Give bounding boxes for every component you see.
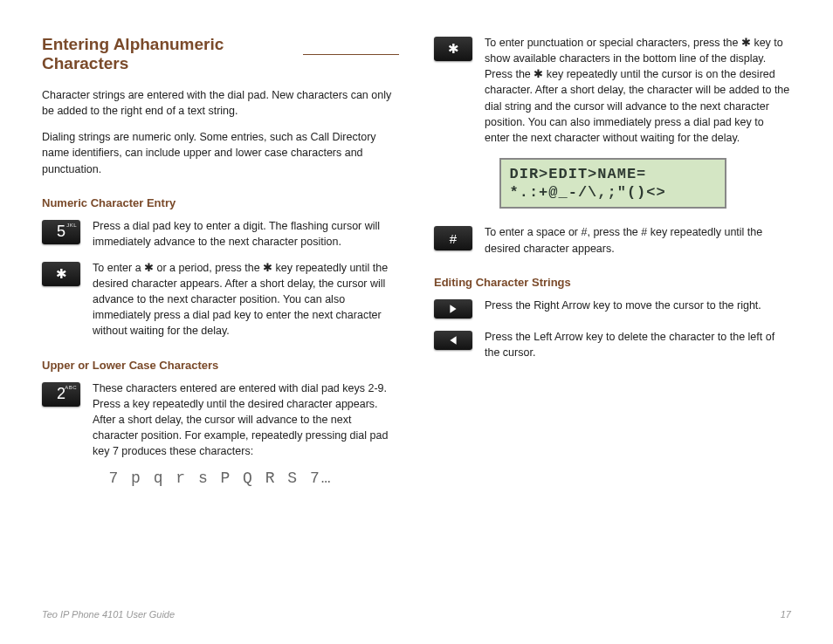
dialpad-star-icon-2: ✱ (434, 37, 472, 61)
item-key-2: 2 ABC These characters entered are enter… (42, 380, 399, 460)
heading-numeric: Numeric Character Entry (42, 196, 399, 209)
keyhash-text: To enter a space or #, press the # key r… (485, 224, 791, 256)
right-arrow-icon (434, 299, 472, 319)
title-rule (303, 54, 399, 55)
lcd-display: DIR>EDIT>NAME= *.:+@_-/\,;"()<> (499, 158, 726, 209)
key2-text: These characters entered are entered wit… (93, 380, 399, 460)
item-key-star-1: ✱ To enter a ✱ or a period, press the ✱ … (42, 260, 399, 339)
page-footer: Teo IP Phone 4101 User Guide 17 (42, 609, 791, 620)
intro-1: Character strings are entered with the d… (42, 87, 399, 119)
left-arrow-text: Press the Left Arrow key to delete the c… (485, 329, 791, 360)
dialpad-star-icon: ✱ (42, 262, 80, 286)
intro-2: Dialing strings are numeric only. Some e… (42, 129, 399, 176)
item-arrow-right: Press the Right Arrow key to move the cu… (434, 298, 791, 319)
lcd-line-1: DIR>EDIT>NAME= (510, 165, 716, 183)
left-arrow-icon (434, 331, 472, 350)
heading-edit: Editing Character Strings (434, 276, 791, 289)
dialpad-2-icon: 2 ABC (42, 382, 80, 407)
title-text: Entering Alphanumeric Characters (42, 35, 293, 73)
item-arrow-left: Press the Left Arrow key to delete the c… (434, 329, 791, 360)
right-arrow-text: Press the Right Arrow key to move the cu… (485, 298, 791, 313)
page-number: 17 (781, 609, 791, 620)
segment-example: 7 p q r s P Q R S 7… (42, 469, 399, 487)
lcd-line-2: *.:+@_-/\,;"()<> (510, 183, 716, 202)
dialpad-5-icon: 5 JKL (42, 220, 80, 244)
keystar1-text: To enter a ✱ or a period, press the ✱ ke… (93, 260, 399, 339)
dialpad-hash-icon: # (434, 226, 472, 250)
page-title: Entering Alphanumeric Characters (42, 35, 399, 73)
item-key-star-2: ✱ To enter punctuation or special charac… (434, 35, 791, 146)
item-key-hash: # To enter a space or #, press the # key… (434, 224, 791, 256)
footer-title: Teo IP Phone 4101 User Guide (42, 609, 175, 620)
heading-case: Upper or Lower Case Characters (42, 359, 399, 372)
keystar2-text: To enter punctuation or special characte… (485, 35, 791, 146)
key5-text: Press a dial pad key to enter a digit. T… (93, 218, 399, 250)
item-key-5: 5 JKL Press a dial pad key to enter a di… (42, 218, 399, 250)
